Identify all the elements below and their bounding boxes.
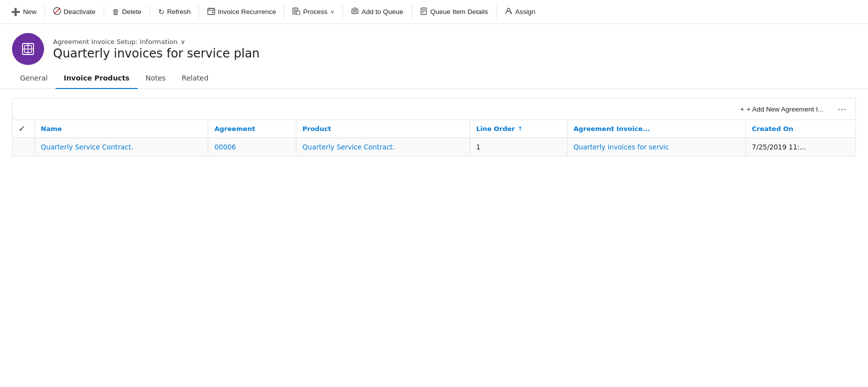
process-icon [292,7,300,16]
row-agreement-invoice-cell[interactable]: Quarterly invoices for servic [567,138,745,156]
refresh-label: Refresh [167,8,191,16]
assign-label: Assign [515,8,536,16]
breadcrumb: Agreement Invoice Setup: Information ∨ [53,38,260,46]
new-icon: ➕ [11,8,21,16]
svg-line-1 [55,8,60,14]
process-button[interactable]: Process ∨ [287,4,339,20]
add-btn-label: + Add New Agreement I... [747,106,823,113]
row-product-cell[interactable]: Quarterly Service Contract. [296,138,470,156]
refresh-button[interactable]: ↻ Refresh [153,4,196,20]
invoice-products-table-container: + + Add New Agreement I... ⋯ ✓ Name Agre… [12,98,856,156]
breadcrumb-chevron-icon[interactable]: ∨ [181,38,186,46]
new-button[interactable]: ➕ New [6,4,42,20]
avatar [12,33,44,65]
col-header-line-order[interactable]: Line Order ↑ [470,120,567,138]
col-header-check[interactable]: ✓ [13,120,35,138]
col-header-product[interactable]: Product [296,120,470,138]
sort-asc-icon: ↑ [518,126,523,132]
toolbar-separator-4 [199,5,199,19]
toolbar-separator-3 [150,5,150,19]
col-product-label: Product [302,125,331,132]
svg-rect-11 [352,9,358,14]
breadcrumb-text: Agreement Invoice Setup: Information [53,38,178,46]
tab-invoice-products[interactable]: Invoice Products [56,70,137,89]
queue-item-details-icon [420,7,428,16]
invoice-recurrence-label: Invoice Recurrence [218,8,276,16]
tab-notes[interactable]: Notes [138,70,174,89]
col-name-label: Name [41,125,62,132]
add-to-queue-button[interactable]: Add to Queue [346,4,408,20]
toolbar-separator-6 [342,5,343,19]
svg-rect-2 [208,8,215,14]
toolbar-separator-2 [104,5,104,19]
queue-item-details-label: Queue Item Details [430,8,489,16]
add-to-queue-icon [351,7,359,16]
deactivate-icon [53,7,61,16]
col-created-on-label: Created On [752,125,793,132]
toolbar-separator-8 [496,5,497,19]
col-agreement-invoice-label: Agreement Invoice... [574,125,650,132]
tab-bar: General Invoice Products Notes Related [0,70,868,89]
add-new-agreement-button[interactable]: + + Add New Agreement I... [737,104,826,115]
record-title-block: Agreement Invoice Setup: Information ∨ Q… [53,38,260,60]
delete-label: Delete [122,8,142,16]
data-grid: ✓ Name Agreement Product Line Order ↑ [13,120,855,156]
invoice-recurrence-button[interactable]: Invoice Recurrence [202,4,281,20]
process-label: Process [303,8,327,16]
assign-button[interactable]: Assign [500,4,541,20]
toolbar-separator-7 [411,5,412,19]
record-header: Agreement Invoice Setup: Information ∨ Q… [0,24,868,70]
page-title: Quarterly invoices for service plan [53,46,260,60]
toolbar-separator-5 [284,5,284,19]
col-line-order-label: Line Order [476,125,515,132]
row-created-on-cell: 7/25/2019 11:... [746,138,855,156]
row-line-order-cell: 1 [470,138,567,156]
row-check-cell[interactable] [13,138,35,156]
col-header-agreement-invoice[interactable]: Agreement Invoice... [567,120,745,138]
row-agreement-cell[interactable]: 00006 [208,138,296,156]
col-agreement-label: Agreement [214,125,255,132]
process-chevron-icon: ∨ [330,8,334,15]
deactivate-label: Deactivate [64,8,96,16]
table-row: Quarterly Service Contract. 00006 Quarte… [13,138,855,156]
assign-icon [505,7,513,16]
row-name-cell[interactable]: Quarterly Service Contract. [35,138,208,156]
col-header-name[interactable]: Name [35,120,208,138]
refresh-icon: ↻ [158,8,165,16]
col-header-agreement[interactable]: Agreement [208,120,296,138]
tab-related[interactable]: Related [174,70,216,89]
toolbar: ➕ New Deactivate 🗑 Delete ↻ Refresh Invo… [0,0,868,24]
col-header-created-on[interactable]: Created On [746,120,855,138]
add-icon: + [740,106,744,113]
add-to-queue-label: Add to Queue [361,8,403,16]
new-label: New [23,8,37,16]
check-all-icon: ✓ [19,124,25,134]
delete-icon: 🗑 [112,8,120,16]
toolbar-separator-1 [45,5,45,19]
svg-rect-10 [296,11,300,14]
tab-general[interactable]: General [12,70,56,89]
invoice-recurrence-icon [207,7,215,16]
deactivate-button[interactable]: Deactivate [48,4,101,20]
queue-item-details-button[interactable]: Queue Item Details [415,4,494,20]
delete-button[interactable]: 🗑 Delete [107,4,147,19]
table-toolbar: + + Add New Agreement I... ⋯ [13,98,855,120]
table-more-button[interactable]: ⋯ [834,102,849,116]
